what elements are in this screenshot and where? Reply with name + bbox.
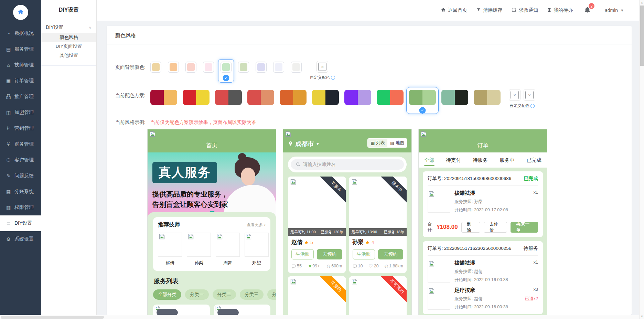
broken-image-icon (352, 279, 357, 285)
x-icon: × (511, 91, 519, 99)
bg-color-swatch-4[interactable] (221, 62, 232, 73)
order-tab-4: 已完成 (527, 152, 542, 168)
bg-color-swatch-1[interactable] (168, 62, 179, 73)
grid-icon: ▦ (371, 140, 375, 146)
home-icon (17, 9, 24, 17)
sidebar-item-technician[interactable]: ⌂技师管理 (0, 57, 41, 73)
bg-color-swatch-5[interactable] (238, 62, 249, 73)
tech-cards: 可服务最早可约 11:00已服务 120单赵倩★5生活照去预约55♥99+◎60… (283, 177, 411, 273)
custom-color-radio[interactable] (331, 76, 335, 80)
promotion-icon: 品 (6, 94, 11, 100)
sidebar-item-label: 财务管理 (14, 141, 34, 147)
color-style-card: 颜色风格 页面背景颜色: ✓ × 自定义配色 当前配色方案: ✓ × (107, 26, 632, 315)
submenu-list: 颜色风格DIY页面设置其他设置 (41, 33, 96, 60)
service-name: 拔罐祛湿 (454, 260, 475, 266)
map-icon: ▨ (390, 140, 394, 146)
bg-color-swatch-0[interactable] (150, 62, 161, 73)
topbar: 返回首页 清除缓存 求救通知 我的待办 2 admin ▼ (97, 0, 644, 21)
custom-scheme-box-2[interactable]: × (524, 89, 535, 101)
tech-name: 郑望 (245, 260, 269, 266)
broken-image-icon (159, 234, 165, 240)
preview-orders-header: 订单 (419, 129, 547, 152)
sidebar-item-system[interactable]: ⚙系统设置 (0, 231, 41, 247)
scheme-swatch-6[interactable] (344, 90, 371, 105)
tech-card-partial: 可预约 (288, 276, 346, 315)
broken-image-icon (290, 179, 296, 185)
broken-image-icon (217, 234, 223, 240)
sidebar-item-split-account[interactable]: ▦分账系统 (0, 184, 41, 200)
scheme-swatch-7[interactable] (377, 90, 404, 105)
scheme-swatch-0[interactable] (150, 90, 177, 105)
city-selector: 成都市 ▼ (288, 140, 320, 148)
scheme-swatch-2[interactable] (215, 90, 242, 105)
scheme-swatch-10[interactable] (474, 90, 501, 105)
vertical-scroll-thumb[interactable] (640, 6, 644, 66)
order-list: 订单号: 20220915181500068600000686已完成拔罐祛湿x1… (419, 168, 547, 315)
custom-color-box[interactable]: × (316, 61, 328, 73)
sidebar-item-customers[interactable]: ⚇客户管理 (0, 152, 41, 168)
item-qty: x1 (534, 190, 538, 196)
sidebar-item-pie-chart[interactable]: ◔数据概况 (0, 25, 41, 41)
sidebar-item-orders[interactable]: ▣订单管理 (0, 73, 41, 89)
availability-bar: 最早可约 11:00已服务 120单 (288, 228, 346, 236)
main-content: 颜色风格 页面背景颜色: ✓ × 自定义配色 当前配色方案: ✓ × (97, 21, 639, 315)
comment-icon (291, 264, 296, 268)
preview-tech-list: 成都市 ▼ ▦列表 ▨地图 请输入技师姓名 可服务最早可约 11:00已服务 1… (283, 129, 412, 315)
scheme-swatch-1[interactable] (183, 90, 210, 105)
location-icon: ◎ (327, 264, 330, 268)
sidebar-item-feedback[interactable]: ✎问题反馈 (0, 168, 41, 184)
back-home-link[interactable]: 返回首页 (441, 7, 467, 13)
vertical-scrollbar[interactable]: ▲ ▼ (639, 0, 644, 319)
my-todo-link[interactable]: 我的待办 (547, 7, 573, 13)
divider (107, 44, 632, 44)
tech-name: 孙梨 (187, 260, 211, 266)
submenu-item-2[interactable]: 其他设置 (41, 51, 96, 60)
sidebar-item-diy[interactable]: ≣DIY设置 (0, 215, 41, 231)
sidebar-item-service[interactable]: ▤服务管理 (0, 41, 41, 57)
example-note: 当前仅为配色方案演示效果，页面布局以实际为准 (150, 119, 256, 126)
sidebar-item-promotion[interactable]: 品推广管理 (0, 89, 41, 105)
sidebar-item-label: 系统设置 (14, 236, 34, 242)
bg-color-swatch-6[interactable] (256, 62, 267, 73)
horizontal-scroll-thumb[interactable] (1, 316, 104, 319)
page-title: DIY设置 (41, 0, 96, 20)
bg-color-swatch-3[interactable] (203, 62, 214, 73)
status-ribbon: 可服务 (317, 177, 345, 205)
scroll-down-arrow[interactable]: ▼ (640, 315, 644, 318)
service-badge (217, 309, 239, 315)
style-previews: 首页 真人服务 提供高品质的专业服务， 告别盲盒让顾客心安到家 立即加入 (147, 129, 623, 315)
bg-color-swatch-8[interactable] (291, 62, 302, 73)
preview-orders-title: 订单 (419, 142, 547, 149)
scheme-swatch-8[interactable] (409, 90, 436, 105)
scheme-swatch-3[interactable] (247, 90, 274, 105)
submenu-item-0[interactable]: 颜色风格 (41, 33, 96, 42)
notification-bell[interactable]: 2 (584, 7, 591, 14)
sidebar-item-label: 分账系统 (14, 189, 34, 195)
custom-scheme-box-1[interactable]: × (509, 89, 520, 101)
preview-orders: 订单 全部待支付待服务服务中已完成 订单号: 20220915181500068… (418, 129, 547, 315)
sidebar-item-finance[interactable]: ¥财务管理 (0, 136, 41, 152)
scroll-up-arrow[interactable]: ▲ (640, 1, 644, 4)
submenu-group-diy[interactable]: DIY设置 ∨ (41, 22, 96, 33)
sidebar-item-permissions[interactable]: ▥权限管理 (0, 200, 41, 215)
sidebar-item-franchise[interactable]: ◫加盟管理 (0, 105, 41, 120)
sidebar-item-label: 权限管理 (14, 204, 34, 211)
pie-chart-icon: ◔ (6, 31, 11, 36)
scheme-swatch-4[interactable] (280, 90, 307, 105)
notification-badge: 2 (589, 3, 594, 9)
user-menu[interactable]: admin ▼ (605, 8, 624, 13)
horizontal-scrollbar[interactable] (0, 315, 639, 319)
sidebar-item-marketing[interactable]: ⚐营销管理 (0, 120, 41, 136)
book-button: 去预约 (378, 249, 403, 259)
service-card (153, 305, 210, 315)
scheme-swatch-9[interactable] (441, 90, 468, 105)
sos-notice-link[interactable]: 求救通知 (512, 7, 538, 13)
bg-color-swatch-7[interactable] (273, 62, 284, 73)
clear-cache-link[interactable]: 清除缓存 (476, 7, 502, 13)
customers-icon: ⚇ (6, 157, 11, 163)
custom-scheme-radio[interactable] (530, 104, 535, 108)
submenu-item-1[interactable]: DIY页面设置 (41, 42, 96, 51)
app-logo[interactable] (13, 5, 28, 20)
scheme-swatch-5[interactable] (312, 90, 339, 105)
bg-color-swatch-2[interactable] (185, 62, 196, 73)
